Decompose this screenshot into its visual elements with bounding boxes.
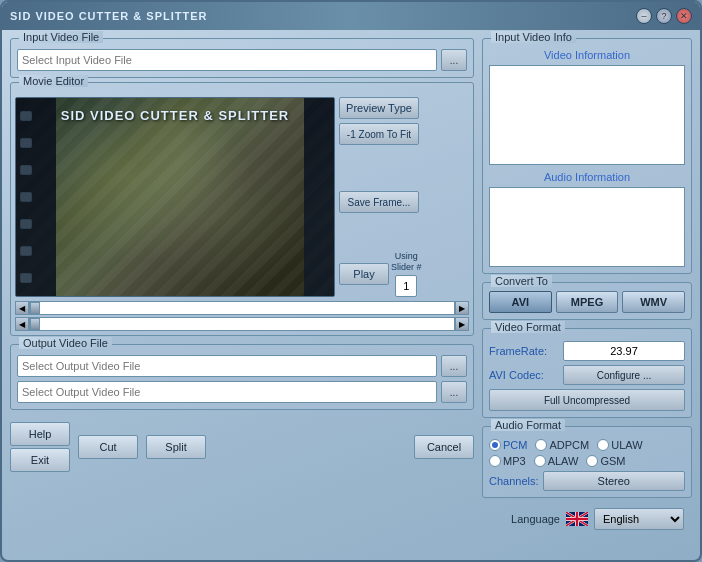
language-bar: Language EnglishFrenchGermanSpanish [482,504,692,534]
ulaw-radio[interactable] [597,439,609,451]
using-slider-label: UsingSlider # [391,251,422,273]
close-button[interactable]: ✕ [676,8,692,24]
content-area: Input Video File ... Movie Editor [2,30,700,542]
output-video-file-group: Output Video File ... ... [10,344,474,410]
slider-thumb1 [30,302,40,314]
right-col: Input Video Info Video Information Audio… [482,38,692,534]
movie-editor-inner: SID VIDEO CUTTER & SPLITTER Preview Type… [15,97,469,297]
audio-row1: PCM ADPCM ULAW [489,439,685,451]
wmv-button[interactable]: WMV [622,291,685,313]
input-video-input[interactable] [17,49,437,71]
main-window: SID VIDEO CUTTER & SPLITTER – ? ✕ Input … [0,0,702,562]
cut-button[interactable]: Cut [78,435,138,459]
top-row: Input Video File ... Movie Editor [10,38,692,534]
video-info-group-label: Input Video Info [491,31,576,43]
gsm-radio-item[interactable]: GSM [586,455,625,467]
left-col: Input Video File ... Movie Editor [10,38,474,534]
slider-row2: ◀ ▶ [15,317,469,331]
convert-to-label: Convert To [491,275,552,287]
output-video-input1[interactable] [17,355,437,377]
film-hole [20,246,32,256]
preview-type-button[interactable]: Preview Type [339,97,419,119]
gsm-label: GSM [600,455,625,467]
ulaw-label: ULAW [611,439,642,451]
output-row2: ... [17,381,467,403]
language-select[interactable]: EnglishFrenchGermanSpanish [594,508,684,530]
channels-row: Channels: Stereo [489,471,685,491]
output-video-input2[interactable] [17,381,437,403]
video-format-label: Video Format [491,321,565,333]
pcm-label: PCM [503,439,527,451]
full-uncompressed-button[interactable]: Full Uncompressed [489,389,685,411]
video-info-label: Video Information [489,49,685,61]
help-title-button[interactable]: ? [656,8,672,24]
slider-track1[interactable] [29,301,455,315]
exit-button[interactable]: Exit [10,448,70,472]
film-hole [20,192,32,202]
format-buttons-row: AVI MPEG WMV [489,291,685,313]
gb-flag-icon [566,512,588,526]
mp3-label: MP3 [503,455,526,467]
slider-track2[interactable] [29,317,455,331]
minimize-button[interactable]: – [636,8,652,24]
alaw-radio[interactable] [534,455,546,467]
alaw-radio-item[interactable]: ALAW [534,455,579,467]
input-video-info-group: Input Video Info Video Information Audio… [482,38,692,274]
adpcm-label: ADPCM [549,439,589,451]
convert-to-group: Convert To AVI MPEG WMV [482,282,692,320]
output-video-label: Output Video File [19,337,112,349]
help-button[interactable]: Help [10,422,70,446]
framerate-value: 23.97 [563,341,685,361]
slider-right-arrow2[interactable]: ▶ [455,317,469,331]
film-holes-left [20,98,32,296]
pcm-radio[interactable] [489,439,501,451]
mpeg-button[interactable]: MPEG [556,291,619,313]
pcm-radio-item[interactable]: PCM [489,439,527,451]
input-browse-button[interactable]: ... [441,49,467,71]
title-bar: SID VIDEO CUTTER & SPLITTER – ? ✕ [2,2,700,30]
film-diagonal [16,98,334,296]
mp3-radio-item[interactable]: MP3 [489,455,526,467]
input-video-file-group: Input Video File ... [10,38,474,78]
slider-number: 1 [395,275,417,297]
play-button[interactable]: Play [339,263,389,285]
gsm-radio[interactable] [586,455,598,467]
output-browse-button2[interactable]: ... [441,381,467,403]
output-inputs: ... ... [17,355,467,403]
ulaw-radio-item[interactable]: ULAW [597,439,642,451]
right-controls-col: Preview Type -1 Zoom To Fit Save Frame..… [339,97,422,297]
framerate-label: FrameRate: [489,345,559,357]
channels-label: Channels: [489,475,539,487]
alaw-label: ALAW [548,455,579,467]
audio-format-group: Audio Format PCM ADPCM ULAW [482,426,692,498]
title-buttons: – ? ✕ [636,8,692,24]
audio-info-label: Audio Information [489,171,685,183]
zoom-to-fit-button[interactable]: -1 Zoom To Fit [339,123,419,145]
bottom-buttons: Help Exit Cut Split Cancel [10,418,474,476]
codec-row: AVI Codec: Configure ... [489,365,685,385]
input-video-label: Input Video File [19,31,103,43]
adpcm-radio-item[interactable]: ADPCM [535,439,589,451]
slider-thumb2 [30,318,40,330]
preview-title: SID VIDEO CUTTER & SPLITTER [16,108,334,123]
configure-button[interactable]: Configure ... [563,365,685,385]
film-strip-right [304,98,334,296]
help-exit-group: Help Exit [10,422,70,472]
play-using-row: Play UsingSlider # 1 [339,251,422,297]
video-format-group: Video Format FrameRate: 23.97 AVI Codec:… [482,328,692,418]
movie-editor-group: Movie Editor [10,82,474,336]
slider-right-arrow1[interactable]: ▶ [455,301,469,315]
app-title: SID VIDEO CUTTER & SPLITTER [10,10,208,22]
split-button[interactable]: Split [146,435,206,459]
stereo-button[interactable]: Stereo [543,471,685,491]
slider-left-arrow2[interactable]: ◀ [15,317,29,331]
slider-left-arrow1[interactable]: ◀ [15,301,29,315]
output-browse-button1[interactable]: ... [441,355,467,377]
adpcm-radio[interactable] [535,439,547,451]
video-preview: SID VIDEO CUTTER & SPLITTER [15,97,335,297]
cancel-button[interactable]: Cancel [414,435,474,459]
video-info-box [489,65,685,165]
mp3-radio[interactable] [489,455,501,467]
avi-button[interactable]: AVI [489,291,552,313]
save-frame-button[interactable]: Save Frame... [339,191,419,213]
